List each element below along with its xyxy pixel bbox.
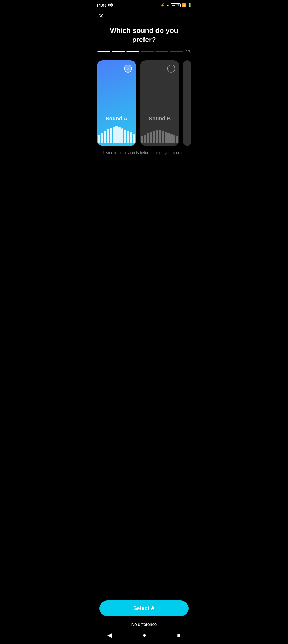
progress-bar-3 bbox=[126, 51, 139, 52]
status-right: ⚡ ▲ VoLTE 📶 🔋 bbox=[161, 3, 192, 7]
waveform-a bbox=[97, 124, 136, 146]
cards-container: ✓ Sound A Sound B bbox=[92, 60, 196, 146]
whatsapp-icon: 💬 bbox=[108, 3, 113, 7]
radio-b bbox=[167, 65, 175, 73]
battery-icon: 🔋 bbox=[187, 3, 192, 7]
status-bar: 14:08 💬 ⚡ ▲ VoLTE 📶 🔋 bbox=[92, 0, 196, 9]
volte-icon: VoLTE bbox=[171, 3, 181, 7]
progress-bar-2 bbox=[112, 51, 125, 52]
sound-b-label: Sound B bbox=[140, 116, 179, 122]
waveform-b bbox=[140, 124, 179, 146]
progress-bar-4 bbox=[141, 51, 154, 52]
sound-card-a[interactable]: ✓ Sound A bbox=[97, 60, 136, 146]
checkmark-icon: ✓ bbox=[126, 66, 130, 71]
progress-section: 3/6 bbox=[92, 50, 196, 54]
sound-a-label: Sound A bbox=[97, 116, 136, 122]
status-left: 14:08 💬 bbox=[96, 3, 113, 7]
progress-bar-5 bbox=[155, 51, 168, 52]
status-time: 14:08 bbox=[96, 3, 106, 7]
radio-a: ✓ bbox=[124, 65, 132, 73]
wifi-icon: ▲ bbox=[166, 3, 170, 7]
progress-bar-1 bbox=[97, 51, 110, 52]
page-title: Which sound do you prefer? bbox=[92, 23, 196, 50]
signal-icon: 📶 bbox=[182, 3, 186, 7]
hint-text: Listen to both sounds before making your… bbox=[92, 151, 196, 155]
sound-card-b[interactable]: Sound B bbox=[140, 60, 179, 146]
close-button[interactable]: ✕ bbox=[96, 11, 106, 21]
bluetooth-icon: ⚡ bbox=[161, 3, 165, 7]
sound-card-peek bbox=[183, 60, 191, 146]
progress-bar-6 bbox=[170, 51, 183, 52]
progress-count: 3/6 bbox=[186, 50, 191, 54]
